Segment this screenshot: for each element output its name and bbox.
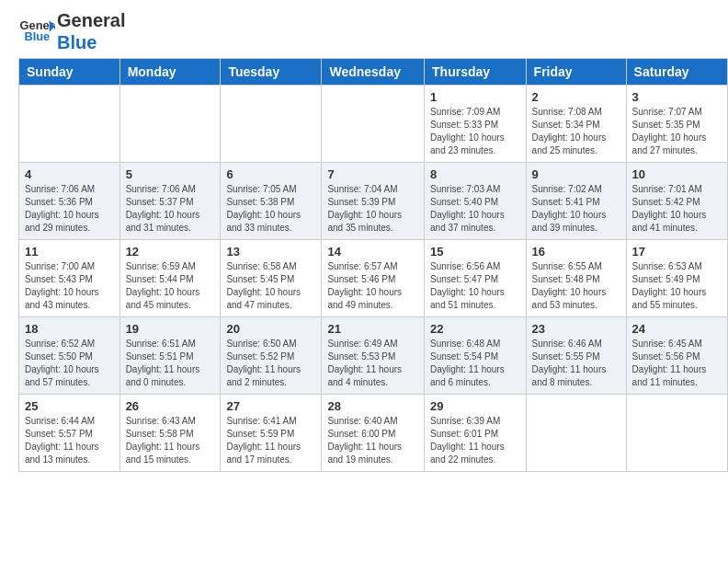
day-number: 13 — [226, 245, 315, 259]
calendar-cell: 24Sunrise: 6:45 AMSunset: 5:56 PMDayligh… — [626, 317, 727, 395]
svg-text:Blue: Blue — [24, 29, 50, 43]
day-info-text: Sunset: 5:47 PM — [430, 273, 520, 286]
day-info-text: Daylight: 11 hours — [532, 363, 620, 376]
day-info-text: Sunset: 5:56 PM — [632, 350, 722, 363]
day-info-text: Sunrise: 6:56 AM — [430, 260, 520, 273]
day-info-text: Sunrise: 6:50 AM — [226, 338, 315, 350]
day-number: 23 — [532, 322, 620, 336]
day-info-text: Sunrise: 6:58 AM — [226, 260, 315, 273]
day-of-week-header: Saturday — [626, 59, 727, 86]
day-info-text: Sunrise: 6:59 AM — [126, 260, 215, 273]
day-number: 5 — [126, 167, 215, 181]
calendar-cell: 1Sunrise: 7:09 AMSunset: 5:33 PMDaylight… — [425, 86, 527, 163]
day-info-text: Daylight: 10 hours — [226, 209, 315, 222]
day-info-text: Sunrise: 7:00 AM — [25, 260, 114, 273]
calendar-cell: 6Sunrise: 7:05 AMSunset: 5:38 PMDaylight… — [221, 163, 322, 240]
day-number: 14 — [327, 245, 418, 259]
calendar-week-row: 11Sunrise: 7:00 AMSunset: 5:43 PMDayligh… — [19, 240, 728, 317]
calendar-cell: 14Sunrise: 6:57 AMSunset: 5:46 PMDayligh… — [322, 240, 425, 317]
day-info-text: and 17 minutes. — [226, 454, 315, 466]
calendar-cell: 2Sunrise: 7:08 AMSunset: 5:34 PMDaylight… — [526, 86, 626, 163]
day-info-text: Sunrise: 7:03 AM — [430, 183, 520, 196]
day-number: 11 — [25, 245, 114, 259]
day-info-text: Sunset: 5:33 PM — [430, 119, 520, 132]
day-of-week-header: Friday — [526, 59, 626, 86]
day-info-text: Sunset: 5:38 PM — [226, 196, 315, 209]
calendar-cell: 19Sunrise: 6:51 AMSunset: 5:51 PMDayligh… — [119, 317, 221, 395]
day-number: 29 — [430, 399, 520, 413]
day-number: 16 — [532, 245, 620, 259]
day-number: 28 — [327, 399, 418, 413]
day-info-text: Daylight: 11 hours — [327, 363, 418, 376]
day-info-text: and 0 minutes. — [126, 376, 215, 389]
day-number: 17 — [632, 245, 722, 259]
day-info-text: Daylight: 10 hours — [632, 209, 722, 222]
day-info-text: Sunset: 5:36 PM — [25, 196, 114, 209]
day-number: 12 — [126, 245, 215, 259]
day-number: 21 — [327, 322, 418, 336]
day-number: 9 — [532, 167, 620, 181]
day-info-text: Daylight: 11 hours — [327, 441, 418, 454]
day-info-text: Sunset: 5:41 PM — [532, 196, 620, 209]
day-info-text: Sunrise: 6:57 AM — [327, 260, 418, 273]
day-info-text: Daylight: 11 hours — [126, 363, 215, 376]
day-info-text: Sunset: 5:52 PM — [226, 350, 315, 363]
calendar-cell — [322, 86, 425, 163]
day-number: 8 — [430, 167, 520, 181]
calendar-cell: 20Sunrise: 6:50 AMSunset: 5:52 PMDayligh… — [221, 317, 322, 395]
day-info-text: and 49 minutes. — [327, 299, 418, 312]
day-info-text: Daylight: 10 hours — [126, 286, 215, 299]
day-info-text: Sunset: 5:42 PM — [632, 196, 722, 209]
day-info-text: Daylight: 10 hours — [25, 286, 114, 299]
header-row: SundayMondayTuesdayWednesdayThursdayFrid… — [19, 59, 728, 86]
day-of-week-header: Tuesday — [221, 59, 322, 86]
calendar-cell — [19, 86, 120, 163]
day-info-text: Daylight: 10 hours — [532, 132, 620, 144]
day-info-text: and 53 minutes. — [532, 299, 620, 312]
day-info-text: Sunset: 5:57 PM — [25, 428, 114, 441]
day-info-text: Daylight: 10 hours — [25, 209, 114, 222]
day-info-text: Sunset: 6:00 PM — [327, 428, 418, 441]
day-info-text: Sunrise: 6:51 AM — [126, 338, 215, 350]
day-info-text: and 2 minutes. — [226, 376, 315, 389]
calendar-cell: 18Sunrise: 6:52 AMSunset: 5:50 PMDayligh… — [19, 317, 120, 395]
day-info-text: Daylight: 10 hours — [430, 132, 520, 144]
calendar-week-row: 18Sunrise: 6:52 AMSunset: 5:50 PMDayligh… — [19, 317, 728, 395]
day-number: 6 — [226, 167, 315, 181]
calendar-wrapper: SundayMondayTuesdayWednesdayThursdayFrid… — [0, 58, 728, 481]
calendar-week-row: 1Sunrise: 7:09 AMSunset: 5:33 PMDaylight… — [19, 86, 728, 163]
day-info-text: and 11 minutes. — [632, 376, 722, 389]
calendar-cell: 23Sunrise: 6:46 AMSunset: 5:55 PMDayligh… — [526, 317, 626, 395]
day-info-text: Sunrise: 6:52 AM — [25, 338, 114, 350]
day-of-week-header: Wednesday — [322, 59, 425, 86]
day-info-text: Sunrise: 6:49 AM — [327, 338, 418, 350]
day-info-text: and 19 minutes. — [327, 454, 418, 466]
day-info-text: and 43 minutes. — [25, 299, 114, 312]
day-number: 2 — [532, 90, 620, 104]
calendar-cell: 17Sunrise: 6:53 AMSunset: 5:49 PMDayligh… — [626, 240, 727, 317]
day-info-text: Sunrise: 7:02 AM — [532, 183, 620, 196]
day-of-week-header: Thursday — [425, 59, 527, 86]
day-number: 4 — [25, 167, 114, 181]
calendar-cell: 26Sunrise: 6:43 AMSunset: 5:58 PMDayligh… — [119, 395, 221, 472]
day-info-text: Daylight: 11 hours — [126, 441, 215, 454]
day-info-text: Sunset: 5:58 PM — [126, 428, 215, 441]
day-info-text: Daylight: 11 hours — [430, 441, 520, 454]
day-info-text: Daylight: 10 hours — [327, 209, 418, 222]
calendar-cell — [221, 86, 322, 163]
page-header: General Blue General Blue — [0, 0, 728, 58]
day-number: 1 — [430, 90, 520, 104]
day-info-text: and 27 minutes. — [632, 144, 722, 157]
calendar-cell: 11Sunrise: 7:00 AMSunset: 5:43 PMDayligh… — [19, 240, 120, 317]
logo-icon: General Blue — [18, 13, 55, 50]
day-info-text: Sunrise: 6:55 AM — [532, 260, 620, 273]
day-number: 3 — [632, 90, 722, 104]
day-info-text: and 23 minutes. — [430, 144, 520, 157]
day-info-text: Daylight: 11 hours — [226, 363, 315, 376]
calendar-cell: 4Sunrise: 7:06 AMSunset: 5:36 PMDaylight… — [19, 163, 120, 240]
day-info-text: Sunset: 5:39 PM — [327, 196, 418, 209]
day-info-text: and 33 minutes. — [226, 222, 315, 235]
day-number: 24 — [632, 322, 722, 336]
calendar-table: SundayMondayTuesdayWednesdayThursdayFrid… — [18, 58, 728, 472]
calendar-cell — [526, 395, 626, 472]
